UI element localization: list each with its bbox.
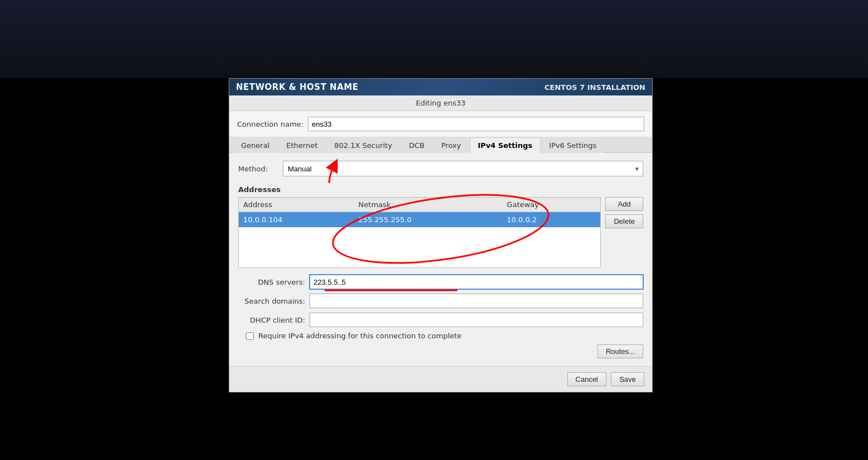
cell-address: 10.0.0.104: [239, 212, 354, 228]
centos-install-title: CENTOS 7 INSTALLATION: [544, 83, 645, 92]
search-domains-row: Search domains:: [238, 294, 643, 308]
connection-name-input[interactable]: [308, 117, 644, 131]
require-ipv4-checkbox[interactable]: [246, 332, 254, 340]
tab-dcb[interactable]: DCB: [401, 137, 433, 153]
dialog-content: Connection name: General Ethernet 802.1X…: [229, 111, 652, 392]
col-header-netmask: Netmask: [354, 198, 503, 212]
tab-ethernet[interactable]: Ethernet: [278, 137, 326, 153]
col-header-gateway: Gateway: [503, 198, 601, 212]
dialog-title: Editing ens33: [416, 99, 466, 107]
require-ipv4-row: Require IPv4 addressing for this connect…: [246, 332, 643, 340]
routes-row: Routes...: [238, 344, 643, 358]
connection-name-row: Connection name:: [229, 111, 652, 137]
dns-servers-label: DNS servers:: [238, 278, 305, 286]
table-row[interactable]: 10.0.0.104 255.255.255.0 10.0.0.2: [239, 212, 600, 228]
cell-netmask: 255.255.255.0: [354, 212, 503, 228]
dhcp-client-id-row: DHCP client ID:: [238, 313, 643, 327]
search-domains-label: Search domains:: [238, 297, 305, 305]
search-domains-input[interactable]: [310, 294, 643, 308]
method-select[interactable]: Manual: [283, 161, 643, 176]
addresses-title: Addresses: [238, 185, 643, 194]
routes-button[interactable]: Routes...: [597, 344, 643, 358]
col-header-address: Address: [239, 198, 354, 212]
screen-background: NETWORK & HOST NAME CENTOS 7 INSTALLATIO…: [0, 0, 868, 460]
table-buttons: Add Delete: [605, 197, 643, 268]
addresses-container: Address Netmask Gateway 10.0.0.104 255.2…: [238, 197, 643, 268]
header-bar: NETWORK & HOST NAME CENTOS 7 INSTALLATIO…: [229, 79, 652, 95]
tabs-bar: General Ethernet 802.1X Security DCB Pro…: [229, 137, 652, 153]
addresses-table: Address Netmask Gateway 10.0.0.104 255.2…: [239, 198, 600, 267]
dhcp-client-id-input[interactable]: [310, 313, 643, 327]
method-select-wrapper: Manual ▾: [283, 161, 643, 176]
tab-general[interactable]: General: [233, 137, 278, 153]
dns-servers-row: DNS servers:: [238, 275, 643, 289]
dialog-title-bar: Editing ens33: [229, 95, 652, 111]
save-button[interactable]: Save: [611, 372, 644, 386]
empty-row-2: [239, 241, 600, 254]
add-button[interactable]: Add: [605, 197, 643, 211]
tab-ipv4-settings[interactable]: IPv4 Settings: [470, 137, 541, 153]
empty-row-3: [239, 254, 600, 267]
delete-button[interactable]: Delete: [605, 214, 643, 228]
cancel-button[interactable]: Cancel: [567, 372, 606, 386]
tab-proxy[interactable]: Proxy: [433, 137, 470, 153]
dialog-window: NETWORK & HOST NAME CENTOS 7 INSTALLATIO…: [229, 78, 653, 392]
connection-name-label: Connection name:: [237, 120, 303, 128]
require-ipv4-label: Require IPv4 addressing for this connect…: [258, 332, 461, 340]
dns-servers-input[interactable]: [310, 275, 643, 289]
dhcp-client-id-label: DHCP client ID:: [238, 316, 305, 324]
cell-gateway: 10.0.0.2: [503, 212, 601, 228]
tab-ipv6-settings[interactable]: IPv6 Settings: [541, 137, 605, 153]
empty-row-1: [239, 227, 600, 241]
bottom-buttons: Cancel Save: [229, 366, 652, 392]
method-label: Method:: [238, 165, 277, 173]
ipv4-settings-area: Method: Manual ▾ Addresses: [229, 153, 652, 366]
dark-background: [0, 0, 868, 78]
tab-8021x-security[interactable]: 802.1X Security: [326, 137, 401, 153]
addresses-table-wrapper: Address Netmask Gateway 10.0.0.104 255.2…: [238, 197, 601, 268]
network-host-name-title: NETWORK & HOST NAME: [236, 82, 358, 92]
method-row: Method: Manual ▾: [238, 161, 643, 176]
addresses-section: Addresses Address Netmask Gateway: [238, 185, 643, 268]
